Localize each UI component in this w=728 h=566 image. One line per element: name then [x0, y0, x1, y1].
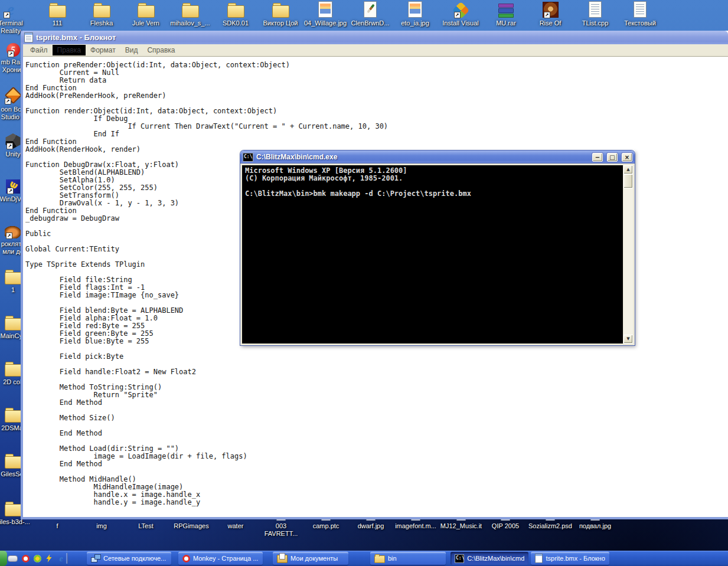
desktop-icon-glyph: e↗ [2, 0, 19, 18]
maximize-button[interactable]: □ [607, 153, 618, 162]
folder-icon [138, 3, 155, 18]
desktop-icon-glyph [5, 405, 22, 423]
task-button-label: bin [388, 555, 397, 562]
quicklaunch-ie-small[interactable]: e [57, 554, 66, 563]
icon-label: eto_ia.jpg [401, 19, 429, 27]
icon-label: подвал.jpg [579, 522, 611, 530]
folder-icon [182, 3, 199, 18]
desktop-icon-glyph [272, 0, 289, 18]
scrollbar-track[interactable] [623, 188, 633, 335]
cmd-console-output[interactable]: Microsoft Windows XP [Версия 5.1.2600] (… [242, 165, 623, 343]
menu-item[interactable]: Вид [120, 45, 143, 55]
taskbar-divider [66, 553, 68, 564]
task-button[interactable]: Мои документы [273, 552, 348, 565]
icon-label: Rise Of [540, 19, 561, 27]
menu-item[interactable]: Файл [25, 45, 53, 55]
folder-icon [5, 454, 22, 469]
task-button-label: Сетевые подключе... [103, 555, 166, 562]
icon-label: Jule Vern [132, 19, 159, 27]
desktop-icon-glyph [589, 0, 602, 18]
notepad-menubar: ФайлПравкаФорматВидСправка [23, 44, 728, 57]
desktop-icon-glyph [634, 0, 647, 18]
desktop-icon[interactable]: SDK0.01 [213, 0, 258, 27]
icon-label: Terminal Reality [0, 19, 23, 35]
task-button[interactable]: bin [370, 552, 446, 565]
icon-label: 111 [53, 19, 63, 27]
folder-icon [5, 502, 22, 516]
desktop-icon-glyph: ↗ [453, 0, 469, 18]
desktop-icon-glyph [5, 451, 22, 469]
text-file-icon [589, 1, 602, 18]
desktop-icon-glyph [498, 0, 514, 18]
desktop-icon[interactable]: Виктор Цой [258, 0, 303, 27]
task-button[interactable]: Monkey - Страница ... [178, 552, 263, 565]
quicklaunch-winamp[interactable] [45, 554, 53, 562]
icon-label: QIP 2005 [492, 522, 519, 530]
desktop-icon-glyph [5, 499, 22, 516]
my-documents-icon [277, 555, 288, 563]
icon-label: 2D coll [3, 378, 23, 386]
folder-icon [5, 316, 22, 331]
shortcut-arrow-icon: ↗ [544, 12, 550, 18]
icon-label: water [228, 522, 244, 530]
cmd-icon: C:\ [455, 554, 464, 563]
desktop-icon[interactable]: eto_ia.jpg [393, 0, 438, 27]
menu-item[interactable]: Справка [142, 45, 179, 55]
cmd-scrollbar[interactable]: ▲ ▼ [623, 165, 633, 343]
cmd-icon: C:\ [243, 153, 253, 162]
shortcut-arrow-icon: ↗ [6, 233, 12, 239]
opera-browser-icon [22, 555, 30, 562]
minimize-button[interactable]: − [592, 153, 603, 162]
desktop-icon[interactable]: MU.rar [484, 0, 528, 27]
desktop-icon-glyph [364, 0, 377, 18]
start-button[interactable] [0, 551, 7, 566]
desktop-icon-glyph [5, 267, 22, 284]
scrollbar-thumb[interactable] [623, 174, 633, 188]
desktop-icon[interactable]: 04_Willage.jpg [303, 0, 348, 27]
desktop-icon[interactable]: Jule Vern [123, 0, 168, 27]
icon-label: MU.rar [496, 19, 516, 27]
task-button[interactable]: tsprite.bmx - Блокнот [531, 552, 609, 565]
shortcut-arrow-icon: ↗ [454, 12, 461, 18]
menu-item[interactable]: Формат [86, 45, 120, 55]
quicklaunch-opera[interactable] [22, 555, 30, 562]
desktop-icon[interactable]: 003 FAVRETT... [259, 517, 303, 538]
text-file-icon [634, 1, 647, 18]
folder-icon [93, 3, 110, 18]
desktop-icon-glyph [138, 0, 155, 18]
desktop-icon[interactable]: TList.cpp [573, 0, 618, 27]
icon-label: ClenBrwnD... [351, 19, 390, 27]
desktop-icon[interactable]: 111 [35, 0, 80, 27]
desktop-icon[interactable]: Fleshka [79, 0, 124, 27]
desktop-icon-glyph: ↗ [4, 86, 23, 104]
icon-label: Текстовый [624, 19, 656, 27]
scroll-up-icon[interactable]: ▲ [623, 165, 633, 174]
task-button-label: Monkey - Страница ... [193, 555, 258, 562]
scroll-down-icon[interactable]: ▼ [623, 335, 633, 343]
notepad-titlebar[interactable]: tsprite.bmx - Блокнот [21, 31, 728, 44]
task-button[interactable]: C:\C:\BlitzMax\bin\cmd.... [450, 552, 528, 565]
gamepad-icon [8, 555, 18, 562]
desktop-icon[interactable]: Текстовый [618, 0, 662, 27]
desktop-icon[interactable]: ↗Rise Of [528, 0, 573, 27]
desktop-icon[interactable]: ↗Install Visual [438, 0, 483, 27]
open-folder-icon [374, 555, 385, 563]
task-button-label: tsprite.bmx - Блокнот [546, 555, 605, 562]
icon-label: Виктор Цой [263, 19, 298, 27]
winrar-archive-icon [498, 4, 514, 18]
quicklaunch-gamepad[interactable] [8, 555, 18, 562]
shortcut-arrow-icon: ↗ [7, 188, 14, 194]
cmd-titlebar[interactable]: C:\ C:\BlitzMax\bin\cmd.exe − □ × [240, 151, 635, 163]
desktop-icon[interactable]: e↗Terminal Reality [0, 0, 33, 35]
menu-item[interactable]: Правка [53, 45, 86, 55]
quicklaunch-qip[interactable] [34, 555, 41, 562]
cmd-window: C:\ C:\BlitzMax\bin\cmd.exe − □ × Micros… [240, 151, 635, 345]
close-button[interactable]: × [622, 153, 632, 162]
task-button[interactable]: Сетевые подключе... [87, 552, 171, 565]
desktop-icon[interactable]: mihailov_s_... [168, 0, 213, 27]
desktop-icon-glyph [49, 0, 66, 18]
desktop-icon[interactable]: ClenBrwnD... [348, 0, 393, 27]
winamp-icon [45, 554, 53, 562]
task-button-label: Мои документы [290, 555, 338, 562]
desktop-icon-glyph [408, 0, 422, 18]
